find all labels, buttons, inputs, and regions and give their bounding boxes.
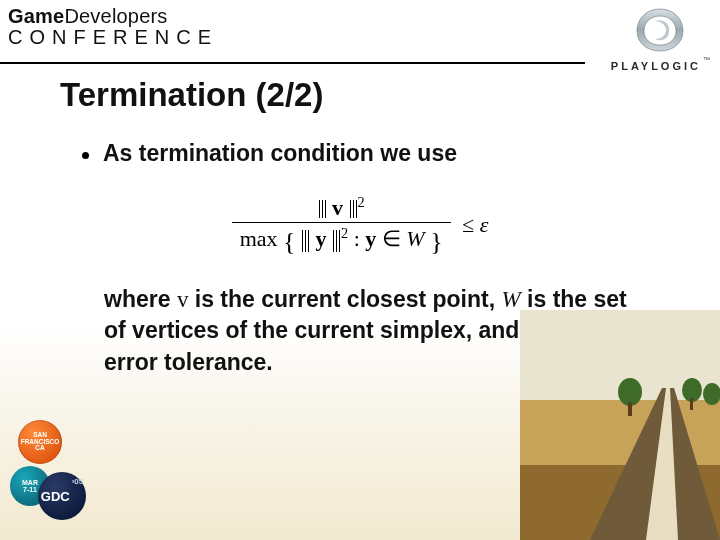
header-rule [0,62,585,64]
gdc-logo-line1: GameDevelopers [8,6,218,27]
playlogic-text: PLAYLOGIC™ [611,56,710,74]
right-brace-icon: } [430,228,442,257]
exponent-2b: 2 [341,225,348,241]
badge-ca: CA [35,445,44,452]
formula-set-W: W [406,227,424,252]
formula: v 2 max { y 2 : y ∈ W } ≤ ε [232,195,489,256]
left-brace-icon: { [283,228,295,257]
denominator: max { y 2 : y ∈ W } [232,223,451,255]
relation-and-epsilon: ≤ ε [462,214,488,236]
sym-v: v [177,287,189,312]
max-label: max [240,227,278,252]
member-of: ∈ [382,227,407,252]
header-bar: GameDevelopers Conference PLAYLOGIC™ [0,0,720,62]
gdc-logo-line2: Conference [8,27,218,48]
playlogic-mark-icon [633,6,687,54]
norm-bar-icon [336,230,340,252]
conference-badges: SAN FRANCISCO CA MAR 7-11 GDC ›05 [10,420,88,530]
gdc-word-game: Game [8,5,64,27]
sym-W: W [502,287,521,312]
bullet-item: As termination condition we use [60,140,660,167]
road-scene-icon [520,310,720,540]
leq-symbol: ≤ [462,212,480,237]
badge-year: ›05 [72,478,84,486]
gdc-logo: GameDevelopers Conference [8,6,218,48]
playlogic-logo: PLAYLOGIC™ [611,6,710,74]
svg-rect-6 [628,402,632,416]
bullet-dot-icon [82,152,89,159]
para-text: where [104,286,177,312]
exponent-2: 2 [358,194,365,210]
formula-y: y [316,227,327,252]
numerator: v 2 [232,195,451,223]
playlogic-word: PLAYLOGIC [611,60,701,72]
bullet-text: As termination condition we use [103,140,457,167]
norm-bar-icon [322,200,326,218]
badge-days: 7-11 [23,486,37,493]
trademark-symbol: ™ [703,56,710,63]
badge-month: MAR [22,479,38,486]
svg-rect-8 [690,398,693,410]
formula-v: v [332,195,343,220]
fraction: v 2 max { y 2 : y ∈ W } [232,195,451,256]
badge-gdc-text: GDC [41,490,70,503]
gdc-word-developers: Developers [64,5,167,27]
norm-bar-icon [305,230,309,252]
formula-y2: y [365,227,376,252]
badge-gdc: GDC ›05 [38,472,86,520]
formula-block: v 2 max { y 2 : y ∈ W } ≤ ε [60,195,660,256]
badge-location: SAN FRANCISCO CA [18,420,62,464]
norm-bar-icon [353,200,357,218]
svg-point-5 [618,378,642,406]
para-text: is the current closest point, [188,286,501,312]
epsilon-symbol: ε [480,212,489,237]
slide-title: Termination (2/2) [60,76,660,114]
colon-sep: : [354,227,366,252]
